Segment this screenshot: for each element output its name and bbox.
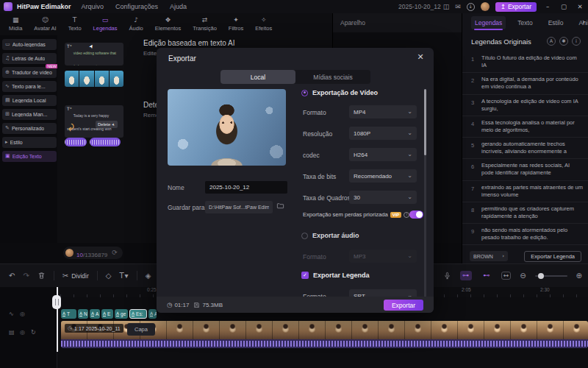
sidebar-item[interactable]: ∿ Texto para le... [2, 81, 57, 92]
settings-icon[interactable]: ✱ [559, 37, 568, 46]
name-input[interactable] [205, 181, 287, 194]
split-button[interactable]: ✂ Dividir [62, 272, 89, 280]
zoom-out-button[interactable]: ⊖ [520, 272, 526, 280]
export-subtitles-button[interactable]: Exportar Legenda [524, 251, 581, 262]
menu-arquivo[interactable]: Arquivo [82, 3, 104, 10]
playhead-handle[interactable] [52, 295, 61, 309]
sidebar-item[interactable]: ▤ Legenda Local [2, 95, 57, 106]
ribbon-tab[interactable]: ⇄ Transição [187, 17, 223, 32]
export-button[interactable]: ↥ Exportar [495, 2, 537, 12]
sidebar-item-icon: ♫ [5, 56, 10, 61]
sidebar-item[interactable]: ▣ Edição Texto [2, 151, 57, 162]
delete-chip[interactable]: Delete ➤ [96, 121, 118, 128]
download-icon[interactable]: ↓ [467, 3, 475, 11]
field-select[interactable]: Recomendado ⌄ [349, 169, 417, 183]
zoom-slider[interactable] [535, 275, 567, 277]
tabs-overflow-chevron-icon[interactable]: › [582, 18, 585, 26]
subtitle-segment[interactable]: A Es: [129, 309, 147, 319]
subtitle-row[interactable]: 2 Na era digital, a demanda por conteúdo… [462, 73, 588, 94]
close-button[interactable]: ✕ [575, 4, 585, 10]
scrollbar-thumb[interactable] [424, 89, 426, 155]
user-avatar[interactable] [481, 2, 490, 11]
save-path-input[interactable] [205, 201, 273, 213]
cover-button[interactable]: Capa [127, 323, 155, 336]
subtitle-segment[interactable]: A T [61, 309, 76, 319]
subtitle-row[interactable]: 6 Especialmente nas redes sociais, AI po… [462, 159, 588, 180]
sidebar-item[interactable]: ▸ Estilo [2, 137, 57, 148]
sidebar-item[interactable]: ▭ Auto-legendas [2, 39, 57, 50]
track-loop-icon[interactable]: ↻ [31, 330, 36, 336]
redo-button[interactable]: ↷ [23, 272, 29, 280]
auto-match-subtitle-button[interactable]: ⊶ [460, 271, 472, 280]
ribbon-tab[interactable]: T Texto [62, 17, 87, 32]
panel-tab[interactable]: Legendas [471, 16, 506, 29]
panel-tab[interactable]: Texto [514, 16, 536, 29]
info-icon[interactable]: i [572, 37, 581, 46]
sidebar-item[interactable]: ⊕ Tradutor de vídeo NEW [2, 67, 57, 78]
dialog-export-button[interactable]: Exportar [384, 300, 423, 311]
subtitle-export-checkbox[interactable]: ✓ Exportar Legenda [301, 272, 370, 279]
layout-icon[interactable]: ◫ [443, 4, 450, 10]
subtitle-segment[interactable]: A N [78, 309, 88, 319]
maximize-button[interactable]: ▢ [559, 4, 569, 10]
menu-configuracoes[interactable]: Configurações [115, 3, 158, 10]
subtitle-segment[interactable]: A ge [115, 309, 128, 319]
keyframe-button[interactable]: ◈ [146, 272, 151, 280]
field-select[interactable]: 30 ⌄ [349, 191, 417, 204]
sidebar-item-icon: ⊞ [5, 112, 10, 117]
subtitle-row[interactable]: 5 gerando automaticamente trechos incrív… [462, 138, 588, 159]
sticker-tool-button[interactable]: ◇ [106, 272, 112, 280]
dialog-scrollbar[interactable] [424, 89, 426, 301]
trash-icon[interactable] [37, 272, 46, 280]
refresh-icon[interactable]: ⟳ [112, 250, 118, 256]
track-audio-icon[interactable]: ▤ [9, 330, 15, 336]
feedback-icon[interactable]: ✉ [455, 4, 461, 10]
voice-select-button[interactable]: BROWN › [470, 251, 508, 261]
video-export-radio[interactable]: Exportação de Vídeo [301, 89, 378, 96]
ribbon-tab[interactable]: ✦ Filtros [223, 17, 249, 32]
ribbon-tab[interactable]: ❖ Elementos [149, 17, 187, 32]
zoom-in-button[interactable]: ⊕ [576, 272, 582, 280]
subtitle-row[interactable]: 7 extraindo as partes mais atraentes de … [462, 181, 588, 202]
fit-timeline-button[interactable]: ↔ [501, 272, 512, 280]
field-select[interactable]: H264 ⌄ [349, 148, 417, 161]
subtitle-row[interactable]: 1 Título O futuro da edição de vídeo com… [462, 52, 588, 73]
lossless-toggle[interactable] [409, 210, 423, 219]
field-select[interactable]: MP3 ⌄ [349, 250, 417, 263]
dialog-tab[interactable]: Mídias sociais [295, 70, 370, 84]
browse-folder-icon[interactable] [276, 202, 284, 210]
subtitle-row[interactable]: 9 não sendo mais atormentados pelo pesad… [462, 224, 588, 245]
ribbon-tab[interactable]: ☺ Avatar AI [28, 17, 62, 32]
audio-export-radio[interactable]: Exportar áudio [301, 232, 359, 239]
feature-card1-title: Edição baseada em texto AI [143, 39, 235, 47]
undo-button[interactable]: ↶ [9, 272, 15, 280]
subtitle-row[interactable]: 4 Essa tecnologia analisa o material por… [462, 116, 588, 138]
field-select[interactable]: 1080P ⌄ [349, 127, 417, 140]
ribbon-tab[interactable]: ✧ Efeitos [249, 17, 278, 32]
sidebar-item[interactable]: ♫ Letras de Auto [2, 53, 57, 64]
ribbon-tab[interactable]: ▭ Legendas [87, 17, 123, 32]
subtitle-row[interactable]: 3 A tecnologia de edição de vídeo com IA… [462, 95, 588, 116]
field-select[interactable]: MP4 ⌄ [349, 105, 417, 118]
translate-icon[interactable]: A [547, 37, 556, 46]
link-clips-button[interactable]: ⊷ [481, 271, 492, 280]
zoom-slider-knob[interactable] [538, 273, 544, 279]
track-hide-icon[interactable]: ◎ [20, 330, 25, 336]
text-tool-button[interactable]: T▾ [120, 272, 129, 280]
microphone-icon[interactable] [443, 272, 451, 280]
sidebar-item[interactable]: ⊞ Legenda Man... [2, 109, 57, 120]
subtitle-segment[interactable]: A A [90, 309, 100, 319]
menu-ajuda[interactable]: Ajuda [170, 3, 187, 10]
ribbon-tab[interactable]: ♪ Áudio [123, 17, 149, 32]
sidebar-item[interactable]: ✎ Personalizado [2, 123, 57, 134]
field-label: Resolução [303, 130, 332, 138]
text-edit-card[interactable]: T⁺ video editing software that can help … [65, 43, 123, 66]
panel-tab[interactable]: Estilo [545, 16, 567, 29]
subtitle-segment[interactable]: A E [101, 309, 113, 319]
dialog-close-icon[interactable]: ✕ [415, 53, 426, 61]
ribbon-tab[interactable]: ▦ Mídia [3, 17, 28, 32]
minimize-button[interactable]: – [542, 4, 553, 10]
dialog-tab[interactable]: Local [220, 70, 295, 84]
subtitle-row[interactable]: 8 permitindo que os criadores capturem r… [462, 202, 588, 224]
subtitle-segment[interactable]: A A [148, 309, 157, 319]
